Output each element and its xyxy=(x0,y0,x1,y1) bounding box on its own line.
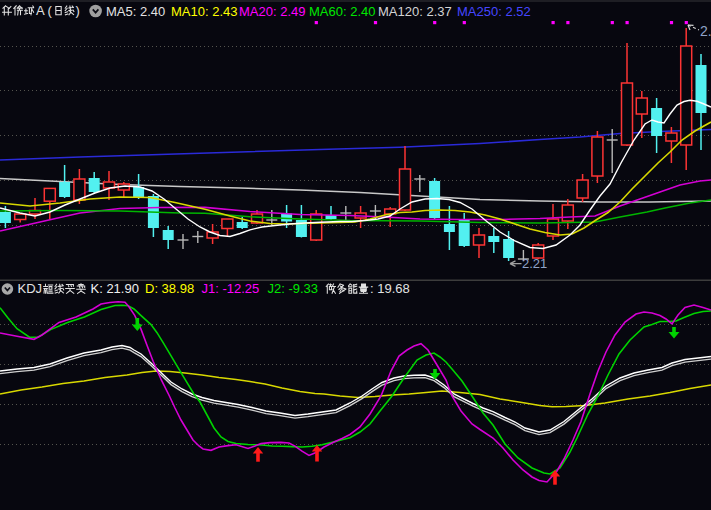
svg-text:MA250: 2.52: MA250: 2.52 xyxy=(457,4,531,19)
svg-text:MA120: 2.37: MA120: 2.37 xyxy=(378,4,452,19)
svg-text:J1: -12.25: J1: -12.25 xyxy=(202,281,260,296)
svg-text:MA60: 2.40: MA60: 2.40 xyxy=(309,4,376,19)
svg-text:K: 21.90: K: 21.90 xyxy=(91,281,139,296)
svg-text:KDJ: KDJ xyxy=(18,281,43,296)
svg-text:: 19.68: : 19.68 xyxy=(370,281,410,296)
svg-text:J2: -9.33: J2: -9.33 xyxy=(268,281,319,296)
svg-text:2.21: 2.21 xyxy=(522,256,547,271)
svg-text:MA5: 2.40: MA5: 2.40 xyxy=(106,4,165,19)
svg-text:MA20: 2.49: MA20: 2.49 xyxy=(239,4,306,19)
svg-text:A (: A ( xyxy=(36,3,53,18)
svg-text:2.: 2. xyxy=(700,23,711,39)
svg-text:MA10: 2.43: MA10: 2.43 xyxy=(171,4,238,19)
svg-text:D: 38.98: D: 38.98 xyxy=(145,281,194,296)
svg-text:): ) xyxy=(76,3,80,18)
